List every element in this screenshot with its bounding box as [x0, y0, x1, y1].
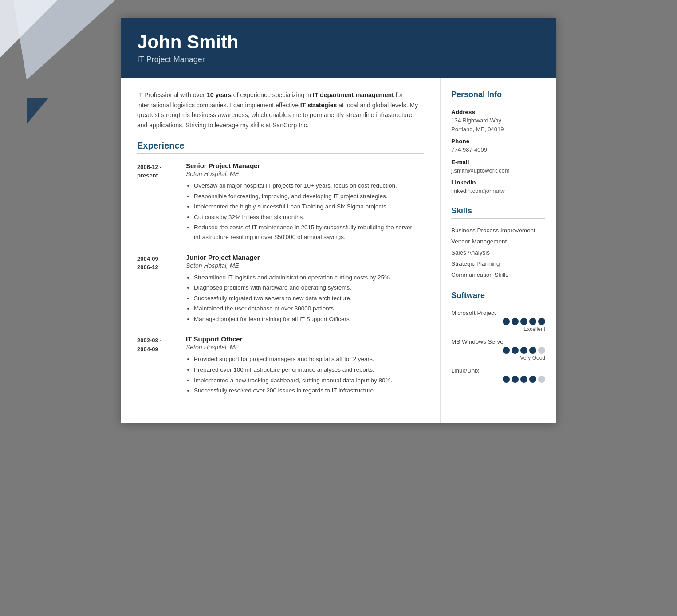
skills-section: Skills Business Process Improvement Vend…: [451, 206, 545, 280]
phone-value: 774-987-4009: [451, 145, 545, 154]
dots-row-2: [503, 347, 545, 354]
rating-label-2: Very Good: [520, 355, 545, 361]
dot: [529, 376, 536, 383]
dot: [529, 347, 536, 354]
bullet-item: Managed project for lean training for al…: [194, 314, 424, 324]
exp-content-2: Junior Project Manager Seton Hospital, M…: [186, 254, 424, 325]
address-label: Address: [451, 109, 545, 115]
software-name-3: Linux/Unix: [451, 367, 545, 374]
skill-item-4: Strategic Planning: [451, 258, 545, 269]
exp-content-1: Senior Project Manager Seton Hospital, M…: [186, 162, 424, 243]
bullet-item: Successfully resolved over 200 issues in…: [194, 386, 424, 396]
address-value: 134 Rightward WayPortland, ME, 04019: [451, 116, 545, 133]
dots-row-1: [503, 318, 545, 325]
software-heading: Software: [451, 291, 545, 303]
bullet-item: Oversaw all major hospital IT projects f…: [194, 181, 424, 191]
exp-entry-2: 2004-09 -2006-12 Junior Project Manager …: [137, 254, 424, 325]
exp-dates-1: 2006-12 -present: [137, 162, 186, 243]
dot: [520, 376, 527, 383]
dot: [512, 318, 519, 325]
dot: [512, 376, 519, 383]
bullet-item: Prepared over 100 infrastructure perform…: [194, 365, 424, 375]
software-rating-1: Excellent: [451, 318, 545, 332]
svg-marker-0: [13, 0, 115, 80]
dot: [503, 347, 510, 354]
exp-dates-2: 2004-09 -2006-12: [137, 254, 186, 325]
dot: [520, 347, 527, 354]
skills-heading: Skills: [451, 206, 545, 219]
phone-label: Phone: [451, 138, 545, 145]
software-name-2: MS Windows Server: [451, 338, 545, 345]
dot: [529, 318, 536, 325]
dot: [538, 347, 545, 354]
exp-entry-3: 2002-08 -2004-09 IT Support Officer Seto…: [137, 335, 424, 396]
linkedin-label: LinkedIn: [451, 179, 545, 186]
bullet-item: Implemented a new tracking dashboard, cu…: [194, 376, 424, 385]
software-item-3: Linux/Unix: [451, 367, 545, 383]
experience-section: Experience 2006-12 -present Senior Proje…: [137, 141, 424, 396]
resume-sidebar: Personal Info Address 134 Rightward WayP…: [441, 78, 556, 423]
exp-dates-3: 2002-08 -2004-09: [137, 335, 186, 396]
bullet-item: Streamlined IT logistics and administrat…: [194, 273, 424, 282]
email-label: E-mail: [451, 159, 545, 165]
dots-row-3: [503, 376, 545, 383]
exp-bullets-3: Provided support for project managers an…: [186, 354, 424, 395]
resume-main: IT Professional with over 10 years of ex…: [121, 78, 441, 423]
exp-job-title-2: Junior Project Manager: [186, 254, 424, 261]
dot: [538, 376, 545, 383]
software-name-1: Microsoft Project: [451, 310, 545, 316]
experience-heading: Experience: [137, 141, 424, 154]
software-rating-2: Very Good: [451, 347, 545, 361]
dot: [538, 318, 545, 325]
personal-info-section: Personal Info Address 134 Rightward WayP…: [451, 90, 545, 196]
candidate-title: IT Project Manager: [137, 55, 540, 64]
personal-info-heading: Personal Info: [451, 90, 545, 102]
skill-item-5: Communication Skills: [451, 269, 545, 280]
skill-item-1: Business Process Improvement: [451, 225, 545, 236]
dot: [503, 318, 510, 325]
resume-header: John Smith IT Project Manager: [121, 18, 556, 78]
exp-bullets-1: Oversaw all major hospital IT projects f…: [186, 181, 424, 242]
bullet-item: Diagnosed problems with hardware and ope…: [194, 283, 424, 293]
software-item-1: Microsoft Project Excellent: [451, 310, 545, 332]
exp-company-3: Seton Hospital, ME: [186, 344, 424, 351]
exp-job-title-3: IT Support Officer: [186, 335, 424, 343]
bullet-item: Implemented the highly successful Lean T…: [194, 202, 424, 212]
skill-item-2: Vendor Management: [451, 236, 545, 247]
svg-marker-2: [27, 98, 49, 124]
exp-content-3: IT Support Officer Seton Hospital, ME Pr…: [186, 335, 424, 396]
rating-label-1: Excellent: [523, 326, 545, 332]
linkedin-value: linkedin.com/johnutw: [451, 187, 545, 196]
candidate-name: John Smith: [137, 31, 540, 53]
bullet-item: Responsible for creating, improving, and…: [194, 192, 424, 201]
bullet-item: Cut costs by 32% in less than six months…: [194, 212, 424, 222]
dot: [503, 376, 510, 383]
bullet-item: Reduced the costs of IT maintenance in 2…: [194, 223, 424, 242]
summary-text: IT Professional with over 10 years of ex…: [137, 90, 424, 130]
svg-marker-1: [0, 0, 58, 58]
exp-job-title-1: Senior Project Manager: [186, 162, 424, 169]
exp-entry-1: 2006-12 -present Senior Project Manager …: [137, 162, 424, 243]
exp-company-2: Seton Hospital, ME: [186, 262, 424, 269]
software-rating-3: [451, 376, 545, 383]
resume-body: IT Professional with over 10 years of ex…: [121, 78, 556, 423]
software-item-2: MS Windows Server Very Good: [451, 338, 545, 361]
email-value: j.smith@uptowork.com: [451, 166, 545, 175]
bullet-item: Maintained the user database of over 300…: [194, 304, 424, 314]
dot: [512, 347, 519, 354]
bullet-item: Provided support for project managers an…: [194, 354, 424, 364]
exp-company-1: Seton Hospital, ME: [186, 170, 424, 177]
exp-bullets-2: Streamlined IT logistics and administrat…: [186, 273, 424, 324]
resume-document: John Smith IT Project Manager IT Profess…: [121, 18, 556, 423]
bullet-item: Successfully migrated two servers to new…: [194, 294, 424, 303]
dot: [520, 318, 527, 325]
skill-item-3: Sales Analysis: [451, 247, 545, 258]
software-section: Software Microsoft Project Excellent: [451, 291, 545, 383]
